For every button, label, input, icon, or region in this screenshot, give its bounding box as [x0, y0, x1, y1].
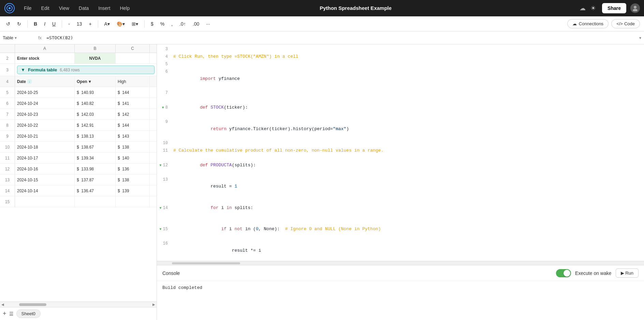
cell[interactable]: $ 140.82 — [75, 98, 116, 109]
code-horizontal-scrollbar[interactable] — [157, 261, 644, 265]
user-avatar[interactable] — [630, 3, 640, 13]
menu-view[interactable]: View — [56, 3, 73, 13]
cell[interactable]: 2024-10-21 — [15, 131, 75, 141]
col-header-c[interactable]: C — [116, 44, 150, 53]
open-dropdown-icon[interactable]: ▾ — [89, 79, 91, 84]
cell[interactable]: $ 139.34 — [75, 153, 116, 163]
cell[interactable]: $ 139 — [116, 185, 150, 196]
menu-insert[interactable]: Insert — [95, 3, 114, 13]
row-num: 10 — [0, 142, 15, 152]
connections-button[interactable]: ☁ Connections — [567, 19, 609, 28]
percent-button[interactable]: % — [158, 20, 166, 28]
cell-b2[interactable]: NVDA — [75, 53, 116, 64]
menu-file[interactable]: File — [20, 3, 35, 13]
app-logo[interactable] — [4, 3, 15, 14]
col-header-a[interactable]: A — [15, 44, 75, 53]
add-sheet-button[interactable]: + — [3, 310, 6, 317]
underline-button[interactable]: U — [50, 20, 58, 28]
font-size-decrease[interactable]: - — [66, 20, 72, 28]
code-scroll-thumb[interactable] — [172, 262, 240, 264]
row-num-4: 4 — [0, 76, 15, 87]
code-button[interactable]: </> Code — [611, 19, 640, 28]
horizontal-scrollbar[interactable]: ◀ ▶ — [0, 302, 157, 307]
cell[interactable]: $ 140 — [116, 153, 150, 163]
formula-expand[interactable]: ▾ — [639, 36, 641, 40]
fold-arrow-icon[interactable]: ▼ — [160, 227, 162, 232]
col-header-b[interactable]: B — [75, 44, 116, 53]
cell[interactable]: $ 143 — [116, 131, 150, 141]
cell[interactable]: $ 144 — [116, 120, 150, 130]
cell[interactable]: $ 144 — [116, 87, 150, 98]
decimal-down-button[interactable]: .00 — [191, 20, 201, 28]
borders-button[interactable]: ⊞▾ — [130, 20, 140, 28]
cell[interactable]: 2024-10-22 — [15, 120, 75, 130]
fold-arrow-icon[interactable]: ▼ — [160, 206, 162, 211]
cell[interactable]: $ 137.87 — [75, 175, 116, 185]
cell[interactable]: $ 138 — [116, 142, 150, 152]
cell-ref-dropdown[interactable]: ▾ — [15, 36, 17, 40]
cell[interactable]: 2024-10-17 — [15, 153, 75, 163]
fold-arrow-icon[interactable]: ▼ — [160, 163, 162, 168]
cell[interactable]: 2024-10-18 — [15, 142, 75, 152]
currency-button[interactable]: $ — [149, 20, 156, 28]
fill-color-button[interactable]: 🎨▾ — [115, 20, 127, 28]
italic-button[interactable]: I — [42, 20, 47, 28]
cell[interactable]: $ 138.13 — [75, 131, 116, 141]
cell[interactable]: 2024-10-23 — [15, 109, 75, 120]
bold-button[interactable]: B — [32, 20, 39, 28]
cell[interactable]: 2024-10-16 — [15, 164, 75, 174]
date-header-label: Date — [17, 79, 26, 84]
cell[interactable]: $ 136.47 — [75, 185, 116, 196]
text-color-button[interactable]: A▾ — [102, 20, 112, 28]
scroll-right-icon[interactable]: ▶ — [151, 303, 157, 306]
cell[interactable]: 2024-10-15 — [15, 175, 75, 185]
menu-data[interactable]: Data — [75, 3, 92, 13]
run-button[interactable]: ▶ Run — [616, 268, 639, 278]
cell[interactable]: $ 138.67 — [75, 142, 116, 152]
cell[interactable]: 2024-10-25 — [15, 87, 75, 98]
share-button[interactable]: Share — [602, 3, 626, 13]
decimal-up-button[interactable]: .0↑ — [177, 20, 188, 28]
sheets-menu-button[interactable]: ☰ — [9, 311, 14, 317]
menu-help[interactable]: Help — [116, 3, 133, 13]
fold-arrow-icon[interactable]: ▼ — [162, 105, 164, 111]
sort-down-icon[interactable]: ↓ — [27, 79, 32, 84]
execute-on-wake-toggle[interactable] — [556, 269, 571, 277]
cell[interactable] — [15, 196, 75, 207]
brightness-icon[interactable]: ☀ — [588, 2, 598, 14]
formula-input[interactable]: =STOCK(B2) — [46, 35, 636, 40]
cell-c2[interactable] — [116, 53, 150, 64]
more-options-button[interactable]: ··· — [204, 20, 212, 28]
cell[interactable]: $ 142.03 — [75, 109, 116, 120]
redo-button[interactable]: ↻ — [15, 20, 23, 28]
scroll-thumb[interactable] — [19, 303, 46, 306]
cell[interactable] — [116, 196, 150, 207]
line-number: 7 — [157, 89, 172, 97]
line-number: 16 — [157, 240, 172, 261]
line-number: 10 — [157, 140, 172, 147]
cell[interactable]: 2024-10-24 — [15, 98, 75, 109]
cell[interactable]: $ 142.91 — [75, 120, 116, 130]
svg-point-4 — [633, 9, 638, 11]
cell[interactable]: $ 141 — [116, 98, 150, 109]
cell-b4[interactable]: Open ▾ — [75, 76, 116, 87]
cell[interactable]: $ 142 — [116, 109, 150, 120]
cell-c4[interactable]: High — [116, 76, 150, 87]
comma-button[interactable]: , — [169, 20, 175, 28]
cell[interactable]: $ 140.93 — [75, 87, 116, 98]
cell[interactable] — [75, 196, 116, 207]
scroll-left-icon[interactable]: ◀ — [0, 303, 5, 306]
cell[interactable]: 2024-10-14 — [15, 185, 75, 196]
formula-table-banner[interactable]: ▼ Formula table 6,483 rows — [15, 64, 157, 75]
cell-a2[interactable]: Enter stock — [15, 53, 75, 64]
cell[interactable]: $ 133.98 — [75, 164, 116, 174]
cell-reference[interactable]: Table ▾ — [3, 35, 33, 40]
menu-edit[interactable]: Edit — [38, 3, 53, 13]
cell[interactable]: $ 138 — [116, 175, 150, 185]
code-editor[interactable]: 3 4 # Click Run, then type =STOCK("AMZN"… — [157, 44, 644, 261]
font-size-increase[interactable]: + — [87, 20, 93, 28]
undo-button[interactable]: ↺ — [4, 20, 12, 28]
sheet-tab-0[interactable]: Sheet0 — [16, 309, 41, 318]
cell-a4[interactable]: Date ↓ — [15, 76, 75, 87]
cell[interactable]: $ 136 — [116, 164, 150, 174]
